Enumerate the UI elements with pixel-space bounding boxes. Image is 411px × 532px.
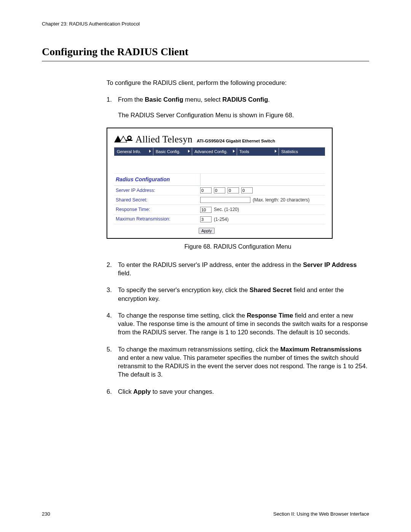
svg-point-4	[128, 137, 131, 139]
product-model: ATI-GS950/24 Gigabit Ethernet Switch	[197, 138, 275, 144]
bold-text: Apply	[133, 388, 151, 395]
chevron-right-icon	[188, 150, 190, 153]
response-time-input[interactable]	[200, 207, 212, 213]
step-number: 2.	[107, 260, 118, 278]
step-text: To change the maximum retransmissions se…	[118, 346, 280, 353]
label-server-ip: Server IP Address:	[114, 187, 200, 194]
step-text: To change the response time setting, cli…	[118, 312, 247, 319]
step-5: 5. To change the maximum retransmissions…	[107, 345, 369, 379]
max-retransmission-input[interactable]	[200, 216, 212, 222]
label-max-retransmission: Maximun Retransmission:	[114, 216, 200, 222]
menu-tools[interactable]: Tools	[237, 148, 279, 156]
chevron-right-icon	[149, 150, 151, 153]
bold-text: Maximum Retransmissions	[280, 346, 362, 353]
ip-octet-1[interactable]	[200, 187, 212, 193]
ip-octet-4[interactable]	[241, 187, 253, 193]
step-text: The RADIUS Server Configuration Menu is …	[118, 111, 369, 119]
step-4: 4. To change the response time setting, …	[107, 311, 369, 337]
hint-text: (1-254)	[214, 216, 229, 222]
menu-bar: General Info. Basic Config. Advanced Con…	[114, 147, 325, 156]
step-text: To specify the server's encryption key, …	[118, 286, 250, 293]
step-number: 5.	[107, 345, 118, 379]
step-2: 2. To enter the RADIUS server's IP addre…	[107, 260, 369, 278]
bold-text: RADIUS Config	[222, 96, 268, 103]
apply-button[interactable]: Apply	[199, 228, 215, 234]
step-text: to save your changes.	[151, 388, 214, 395]
page-number: 230	[42, 511, 50, 517]
step-3: 3. To specify the server's encryption ke…	[107, 286, 369, 303]
svg-rect-5	[126, 140, 132, 141]
step-number: 1.	[107, 95, 118, 119]
menu-general-info[interactable]: General Info.	[115, 148, 153, 156]
step-text: menu, select	[183, 96, 222, 103]
step-number: 4.	[107, 311, 118, 337]
step-text: To enter the RADIUS server's IP address,…	[118, 261, 303, 268]
intro-text: To configure the RADIUS client, perform …	[107, 78, 369, 87]
chevron-right-icon	[275, 150, 277, 153]
page-title: Configuring the RADIUS Client	[42, 46, 369, 61]
label-shared-secret: Shared Secret:	[114, 197, 200, 203]
menu-advanced-config[interactable]: Advanced Config.	[192, 148, 237, 156]
brand-name: Allied Telesyn	[135, 133, 193, 146]
section-label: Section II: Using the Web Browser Interf…	[273, 511, 369, 517]
page-footer: 230 Section II: Using the Web Browser In…	[42, 511, 369, 517]
svg-marker-2	[120, 137, 126, 142]
step-number: 3.	[107, 286, 118, 303]
bold-text: Basic Config	[145, 96, 183, 103]
bold-text: Shared Secret	[250, 286, 292, 293]
bold-text: Response Time	[247, 312, 293, 319]
brand-logo-icon	[114, 136, 132, 142]
bold-text: Server IP Address	[303, 261, 357, 268]
step-text: field.	[118, 270, 131, 276]
content-block: To configure the RADIUS client, perform …	[107, 78, 369, 396]
figure-68: Allied Telesyn ATI-GS950/24 Gigabit Ethe…	[107, 128, 369, 251]
figure-caption: Figure 68. RADIUS Configuration Menu	[107, 243, 369, 251]
step-text: From the	[118, 96, 145, 103]
ip-octet-2[interactable]	[214, 187, 225, 193]
step-6: 6. Click Apply to save your changes.	[107, 387, 369, 396]
ip-octet-3[interactable]	[228, 187, 239, 193]
chapter-header: Chapter 23: RADIUS Authentication Protoc…	[42, 21, 369, 27]
menu-statistics[interactable]: Statistics	[279, 148, 325, 156]
hint-text: Sec. (1-120)	[214, 206, 239, 212]
section-heading: Radius Configuration	[114, 174, 201, 185]
chevron-right-icon	[233, 150, 235, 153]
step-1: 1. From the Basic Config menu, select RA…	[107, 95, 369, 119]
step-text: and enter a new value. This parameter sp…	[118, 354, 367, 378]
shared-secret-input[interactable]	[200, 197, 250, 203]
step-text: .	[268, 96, 270, 103]
step-text: Click	[118, 388, 133, 395]
step-number: 6.	[107, 387, 118, 396]
hint-text: (Max. length: 20 characters)	[253, 197, 309, 203]
menu-basic-config[interactable]: Basic Config.	[153, 148, 192, 156]
label-response-time: Response Time:	[114, 206, 200, 213]
